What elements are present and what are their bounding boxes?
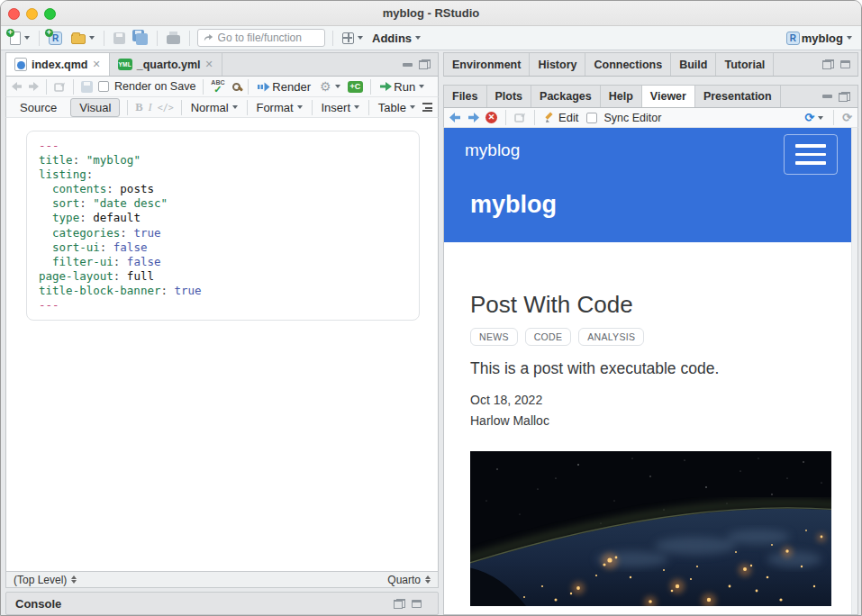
bold-icon[interactable]: B bbox=[135, 101, 142, 114]
viewer-tabbar: Files Plots Packages Help Viewer Present… bbox=[443, 85, 858, 108]
console-header[interactable]: Console bbox=[5, 592, 439, 615]
chevron-down-icon bbox=[89, 36, 95, 40]
maximize-pane-icon[interactable] bbox=[412, 600, 422, 608]
goto-file-input[interactable] bbox=[218, 32, 319, 44]
blog-navbar-title[interactable]: myblog bbox=[465, 140, 520, 160]
minimize-pane-icon[interactable] bbox=[403, 63, 413, 67]
tab-label: _quarto.yml bbox=[137, 59, 201, 71]
tab-environment[interactable]: Environment bbox=[444, 53, 530, 76]
quarto-doc-icon bbox=[14, 58, 27, 71]
post-title[interactable]: Post With Code bbox=[470, 291, 633, 319]
maximize-pane-icon[interactable] bbox=[840, 60, 850, 68]
code-icon[interactable]: </> bbox=[158, 103, 174, 113]
outline-icon[interactable] bbox=[422, 103, 432, 112]
category-pill[interactable]: NEWS bbox=[470, 328, 518, 346]
project-menu-button[interactable]: R myblog bbox=[785, 30, 854, 47]
viewer-content: myblog myblog Post With Code NEWSCODEANA… bbox=[443, 128, 858, 615]
viewer-back-icon[interactable] bbox=[449, 113, 461, 122]
restore-pane-icon[interactable] bbox=[419, 59, 431, 69]
sync-editor-label: Sync Editor bbox=[603, 112, 661, 124]
viewer-forward-icon[interactable] bbox=[467, 113, 479, 122]
insert-menu[interactable]: Insert bbox=[319, 99, 361, 116]
tab-plots[interactable]: Plots bbox=[487, 86, 532, 107]
reload-icon[interactable]: ⟳ bbox=[842, 112, 852, 123]
popout-icon[interactable] bbox=[54, 82, 66, 92]
spellcheck-icon[interactable]: ABC✓ bbox=[211, 79, 227, 94]
search-icon[interactable] bbox=[232, 83, 240, 91]
open-file-button[interactable] bbox=[69, 30, 96, 46]
print-button[interactable] bbox=[165, 30, 182, 46]
updown-icon bbox=[71, 575, 77, 584]
save-doc-icon[interactable] bbox=[81, 81, 93, 93]
tab-tutorial[interactable]: Tutorial bbox=[716, 53, 774, 76]
environment-tabbar: Environment History Connections Build Tu… bbox=[443, 52, 858, 77]
tab-help[interactable]: Help bbox=[601, 86, 642, 107]
close-icon[interactable]: ✕ bbox=[93, 59, 101, 70]
tab-connections[interactable]: Connections bbox=[585, 53, 671, 76]
paragraph-style-dropdown[interactable]: Normal bbox=[189, 99, 240, 116]
render-on-save-label: Render on Save bbox=[114, 80, 195, 93]
tab-label: index.qmd bbox=[32, 59, 88, 71]
table-menu[interactable]: Table bbox=[377, 99, 417, 116]
tab-history[interactable]: History bbox=[530, 53, 585, 76]
rstudio-window: myblog - RStudio + R+ Addins bbox=[0, 0, 862, 616]
format-menu[interactable]: Format bbox=[254, 99, 304, 116]
new-project-button[interactable]: R+ bbox=[47, 30, 64, 47]
run-icon bbox=[380, 82, 392, 91]
edit-button[interactable]: Edit bbox=[543, 109, 580, 126]
render-icon bbox=[258, 82, 270, 92]
visual-editor[interactable]: ---title: "myblog"listing: contents: pos… bbox=[5, 118, 439, 571]
chevron-down-icon bbox=[232, 105, 238, 109]
restore-pane-icon[interactable] bbox=[839, 92, 850, 102]
tab-quarto-yml[interactable]: YML _quarto.yml ✕ bbox=[110, 53, 222, 76]
italic-icon[interactable]: I bbox=[149, 101, 152, 114]
goto-file-search[interactable] bbox=[197, 29, 325, 47]
run-button[interactable]: Run bbox=[378, 78, 426, 95]
format-toolbar: Source Visual B I </> Normal Format bbox=[5, 97, 439, 118]
popout-icon[interactable] bbox=[514, 113, 526, 122]
chevron-down-icon bbox=[335, 85, 340, 88]
stop-icon[interactable]: ✕ bbox=[485, 112, 497, 123]
sync-icon: ⟳ bbox=[804, 112, 814, 123]
viewer-scrollbar-gutter[interactable] bbox=[851, 128, 857, 614]
render-on-save-checkbox[interactable] bbox=[98, 81, 109, 92]
tab-packages[interactable]: Packages bbox=[531, 86, 601, 107]
source-mode-button[interactable]: Source bbox=[12, 99, 65, 116]
render-options-button[interactable]: ⚙ bbox=[318, 78, 342, 95]
minimize-pane-icon[interactable] bbox=[822, 95, 832, 98]
viewer-toolbar: ✕ Edit Sync Editor ⟳ ⟳ bbox=[443, 108, 858, 128]
restore-pane-icon[interactable] bbox=[394, 599, 405, 609]
hamburger-menu-button[interactable] bbox=[784, 134, 838, 175]
category-pill[interactable]: CODE bbox=[525, 328, 572, 346]
blog-banner: myblog myblog bbox=[444, 128, 853, 242]
open-folder-icon bbox=[71, 34, 86, 44]
visual-mode-button[interactable]: Visual bbox=[70, 98, 120, 117]
tab-build[interactable]: Build bbox=[671, 53, 716, 76]
forward-icon[interactable] bbox=[28, 82, 39, 91]
insert-chunk-button[interactable]: +C bbox=[348, 81, 364, 93]
new-file-button[interactable]: + bbox=[8, 30, 32, 47]
panes-layout-button[interactable] bbox=[340, 31, 365, 46]
addins-button[interactable]: Addins bbox=[370, 30, 422, 47]
tab-viewer[interactable]: Viewer bbox=[642, 86, 695, 107]
tab-files[interactable]: Files bbox=[444, 86, 487, 107]
restore-pane-icon[interactable] bbox=[822, 59, 834, 69]
save-button[interactable] bbox=[112, 31, 127, 46]
goto-arrow-icon bbox=[204, 33, 213, 42]
sync-publish-button[interactable]: ⟳ bbox=[803, 110, 825, 125]
filetype-selector[interactable]: Quarto bbox=[387, 574, 431, 586]
category-pill[interactable]: ANALYSIS bbox=[578, 328, 644, 346]
tab-presentation[interactable]: Presentation bbox=[695, 86, 781, 107]
scope-selector[interactable]: (Top Level) bbox=[14, 574, 77, 586]
chevron-down-icon bbox=[818, 116, 823, 120]
save-all-button[interactable] bbox=[132, 30, 150, 46]
close-icon[interactable]: ✕ bbox=[205, 59, 213, 70]
back-icon[interactable] bbox=[12, 82, 23, 91]
code-block[interactable]: ---title: "myblog"listing: contents: pos… bbox=[26, 131, 420, 321]
sync-editor-checkbox[interactable] bbox=[586, 113, 597, 123]
post-categories: NEWSCODEANALYSIS bbox=[470, 328, 644, 346]
yml-file-icon: YML bbox=[118, 59, 132, 70]
render-button[interactable]: Render bbox=[256, 78, 313, 95]
tab-index-qmd[interactable]: index.qmd ✕ bbox=[6, 53, 110, 76]
main-toolbar: + R+ Addins R m bbox=[1, 26, 861, 50]
